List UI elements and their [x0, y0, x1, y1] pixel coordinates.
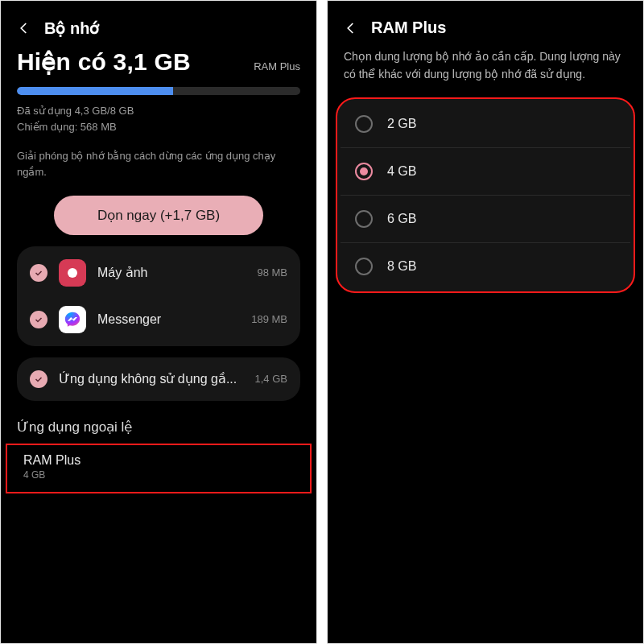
radio-icon[interactable]: [355, 115, 373, 133]
ram-plus-row[interactable]: RAM Plus 4 GB: [6, 444, 312, 493]
option-label: 4 GB: [387, 164, 416, 179]
camera-icon: [59, 259, 86, 287]
app-size: 98 MB: [257, 266, 287, 279]
usage-bar-fill: [17, 87, 173, 95]
ram-option-8gb[interactable]: 8 GB: [341, 242, 630, 290]
page-title: Bộ nhớ: [44, 19, 99, 38]
description: Chọn dung lượng bộ nhớ ảo cần cấp. Dung …: [328, 47, 643, 91]
app-size: 1,4 GB: [255, 373, 287, 385]
memory-screen: Bộ nhớ Hiện có 3,1 GB RAM Plus Đã sử dụn…: [0, 0, 317, 644]
check-icon[interactable]: [30, 370, 47, 388]
back-icon[interactable]: [15, 19, 33, 37]
option-label: 8 GB: [387, 259, 416, 274]
messenger-icon: [59, 306, 86, 333]
app-row[interactable]: Máy ảnh 98 MB: [17, 250, 300, 296]
ramplus-tag: RAM Plus: [254, 60, 300, 76]
check-icon[interactable]: [30, 311, 47, 328]
app-row[interactable]: Ứng dụng không sử dụng gầ... 1,4 GB: [17, 361, 300, 398]
usage-bar: [17, 87, 300, 95]
back-icon[interactable]: [342, 19, 360, 37]
exceptions-heading: Ứng dụng ngoại lệ: [1, 401, 316, 440]
ram-option-4gb[interactable]: 4 GB: [341, 147, 630, 195]
ram-option-6gb[interactable]: 6 GB: [341, 195, 630, 242]
available-label: Hiện có 3,1 GB: [17, 47, 191, 76]
app-list: Máy ảnh 98 MB Messenger 189 MB: [17, 246, 300, 346]
unused-apps-card: Ứng dụng không sử dụng gầ... 1,4 GB: [17, 357, 300, 401]
app-name: Máy ảnh: [97, 265, 246, 280]
radio-icon[interactable]: [355, 163, 373, 180]
ram-plus-value: 4 GB: [23, 469, 294, 481]
option-label: 6 GB: [387, 212, 416, 226]
ram-options: 2 GB 4 GB 6 GB 8 GB: [336, 97, 635, 293]
check-icon[interactable]: [30, 264, 47, 282]
app-name: Messenger: [97, 312, 240, 327]
ram-plus-screen: RAM Plus Chọn dung lượng bộ nhớ ảo cần c…: [327, 0, 644, 644]
hint-text: Giải phóng bộ nhớ bằng cách dừng các ứng…: [17, 148, 300, 180]
clean-now-button[interactable]: Dọn ngay (+1,7 GB): [54, 196, 263, 235]
radio-icon[interactable]: [355, 210, 373, 228]
ram-plus-title: RAM Plus: [23, 453, 294, 468]
app-name: Ứng dụng không sử dụng gầ...: [59, 371, 244, 386]
app-size: 189 MB: [251, 313, 287, 325]
header: Bộ nhớ: [1, 1, 316, 47]
app-row[interactable]: Messenger 189 MB: [17, 296, 300, 343]
radio-icon[interactable]: [355, 258, 373, 275]
page-title: RAM Plus: [371, 19, 446, 37]
header: RAM Plus: [328, 1, 643, 47]
ram-option-2gb[interactable]: 2 GB: [341, 101, 630, 147]
occupied-line: Chiếm dụng: 568 MB: [17, 119, 300, 135]
option-label: 2 GB: [387, 117, 416, 131]
used-line: Đã sử dụng 4,3 GB/8 GB: [17, 103, 300, 119]
available-row: Hiện có 3,1 GB RAM Plus: [17, 47, 300, 76]
